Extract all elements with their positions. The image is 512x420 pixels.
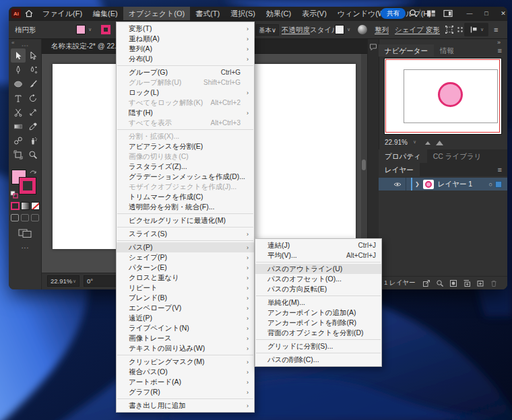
menubar-item-4[interactable]: 選択(S)	[225, 7, 261, 20]
fill-chevron-icon[interactable]: ∨	[88, 20, 92, 39]
panel-menu-icon[interactable]: ≡	[498, 44, 502, 57]
pen-tool[interactable]	[11, 63, 26, 77]
tab-navigator[interactable]: ナビゲーター	[379, 44, 434, 57]
swap-fill-stroke-icon[interactable]	[29, 168, 37, 176]
menu-item[interactable]: ブレンド(B)›	[117, 293, 254, 303]
menu-item[interactable]: トリムマークを作成(C)	[117, 192, 254, 202]
comment-bubble-icon[interactable]	[369, 43, 377, 51]
menu-item[interactable]: パスのオフセット(O)...	[255, 274, 381, 284]
menu-item[interactable]: アンカーポイントの追加(A)	[255, 308, 381, 318]
menu-item[interactable]: クロスと重なり›	[117, 273, 254, 283]
menu-item[interactable]: 分布(U)›	[117, 54, 254, 64]
menu-item[interactable]: グリッドに分割(S)...	[255, 341, 381, 351]
menubar-item-5[interactable]: 効果(C)	[261, 7, 296, 20]
selection-tool[interactable]	[11, 48, 26, 63]
menu-item[interactable]: アートボード(A)›	[117, 377, 254, 387]
menu-item[interactable]: グラデーションメッシュを作成(D)...	[117, 172, 254, 182]
gradient-tool[interactable]	[11, 119, 26, 133]
menu-item[interactable]: 遠近(P)›	[117, 313, 254, 323]
paintbrush-tool[interactable]	[26, 77, 40, 91]
color-mode-button[interactable]	[11, 202, 20, 210]
zoom-in-mountain-icon[interactable]	[435, 139, 444, 146]
rotate-tool[interactable]	[26, 91, 40, 105]
menu-item[interactable]: パスのアウトライン(U)	[255, 264, 381, 274]
menu-item[interactable]: 画像トレース›	[117, 333, 254, 343]
curvature-tool[interactable]	[26, 63, 40, 77]
home-icon[interactable]	[24, 9, 34, 18]
expand-chevron-icon[interactable]: ❯	[415, 181, 420, 187]
blend-tool[interactable]	[11, 133, 26, 147]
make-clipping-mask-icon[interactable]	[449, 279, 457, 287]
zoom-tool[interactable]	[26, 147, 40, 162]
control-bar-menu-icon[interactable]: ≡	[494, 20, 498, 39]
menu-item[interactable]: グループ(G)Ctrl+G	[117, 67, 254, 77]
stroke-color-swatch[interactable]	[101, 25, 110, 34]
align-link[interactable]: 整列	[375, 20, 389, 39]
style-chevron-icon[interactable]: ∨	[347, 20, 350, 39]
tab-properties[interactable]: プロパティ	[379, 149, 427, 163]
edit-toolbar-ellipsis[interactable]: ...	[9, 242, 42, 250]
menu-item[interactable]: 透明部分を分割・統合(F)...	[117, 202, 254, 212]
menu-item[interactable]: シェイプ(P)›	[117, 252, 254, 262]
menu-item[interactable]: 重ね順(A)›	[117, 34, 254, 44]
vertical-scrollbar-thumb[interactable]	[362, 160, 366, 170]
menu-item[interactable]: 整列(A)›	[117, 44, 254, 54]
draw-behind-button[interactable]	[21, 214, 29, 221]
tab-cc-libraries[interactable]: CC ライブラリ	[427, 149, 488, 163]
new-sublayer-icon[interactable]	[463, 279, 471, 287]
menu-item[interactable]: スライス(S)›	[117, 229, 254, 239]
menu-item[interactable]: グラフ(R)›	[117, 387, 254, 397]
menu-item[interactable]: 複合パス(O)›	[117, 367, 254, 377]
menu-item[interactable]: パスの削除(C)...	[255, 355, 381, 365]
search-icon[interactable]	[409, 9, 418, 18]
menubar-item-0[interactable]: ファイル(F)	[37, 7, 88, 20]
scale-tool[interactable]	[26, 105, 40, 119]
layer-row[interactable]: ❯ レイヤー 1 ○	[379, 178, 507, 190]
menu-item[interactable]: 平均(V)...Alt+Ctrl+J	[255, 250, 381, 260]
layer-thumbnail[interactable]	[423, 180, 434, 189]
maximize-button[interactable]: □	[479, 7, 494, 20]
menu-item[interactable]: 単純化(M)...	[255, 298, 381, 308]
menu-item[interactable]: ライブペイント(N)›	[117, 323, 254, 333]
menu-item[interactable]: パターン(E)›	[117, 262, 254, 273]
gradient-mode-button[interactable]	[21, 202, 30, 210]
menubar-item-1[interactable]: 編集(E)	[88, 7, 123, 20]
transform-link[interactable]: 変形	[426, 20, 440, 39]
tab-info[interactable]: 情報	[434, 44, 460, 57]
artboard-tool[interactable]	[11, 147, 26, 162]
stroke-proxy-swatch[interactable]	[20, 178, 36, 194]
export-layers-icon[interactable]	[422, 279, 430, 287]
direct-selection-tool[interactable]	[26, 48, 40, 63]
menu-item[interactable]: 背面のオブジェクトを分割(D)	[255, 328, 381, 338]
layer-name[interactable]: レイヤー 1	[438, 180, 473, 189]
menu-item[interactable]: アンカーポイントを削除(R)	[255, 318, 381, 328]
none-mode-button[interactable]	[31, 202, 40, 210]
scissors-tool[interactable]	[11, 105, 26, 119]
menu-item[interactable]: ロック(L)›	[117, 88, 254, 98]
navigator-zoom-value[interactable]: 22.91%	[385, 139, 408, 146]
menu-item[interactable]: ラスタライズ(Z)...	[117, 162, 254, 172]
delete-layer-icon[interactable]	[490, 279, 498, 287]
menubar-item-3[interactable]: 書式(T)	[190, 7, 225, 20]
bounding-box-icon[interactable]	[445, 25, 454, 34]
opacity-link[interactable]: 不透明度	[282, 20, 310, 39]
workspace-switcher-icon[interactable]	[443, 9, 453, 18]
close-button[interactable]: ✕	[496, 7, 511, 20]
menu-item[interactable]: パス(P)›	[117, 242, 254, 252]
screen-mode-icon[interactable]	[18, 228, 32, 238]
draw-inside-button[interactable]	[31, 214, 39, 221]
visibility-eye-icon[interactable]	[393, 180, 402, 188]
ellipse-tool[interactable]	[11, 77, 26, 91]
share-button[interactable]: 共有	[381, 8, 406, 19]
tab-layers[interactable]: レイヤー	[379, 163, 420, 176]
locate-object-icon[interactable]	[436, 279, 444, 287]
toolbar-grip[interactable]: •••	[9, 43, 42, 48]
dock-options-button[interactable]: ∨	[464, 23, 488, 36]
menu-item[interactable]: 書き出し用に追加›	[117, 400, 254, 411]
menu-item[interactable]: パスの方向反転(E)	[255, 284, 381, 294]
menubar-item-2[interactable]: オブジェクト(O)	[123, 7, 190, 20]
layer-target-icon[interactable]: ○	[489, 181, 492, 188]
menu-item[interactable]: テキストの回り込み(W)›	[117, 343, 254, 353]
symbol-sprayer-tool[interactable]	[26, 133, 40, 147]
default-fill-stroke-icon[interactable]	[10, 190, 18, 199]
